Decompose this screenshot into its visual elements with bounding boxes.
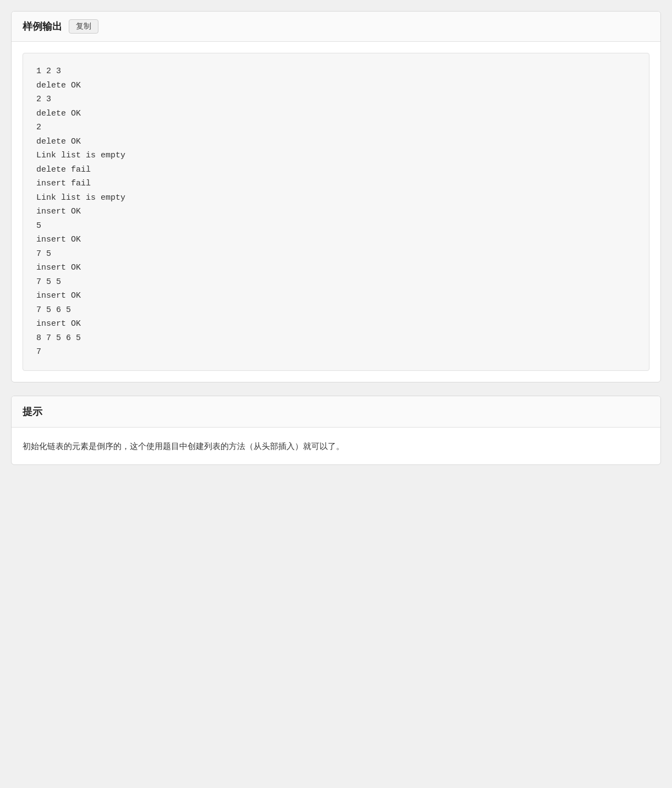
sample-output-title: 样例输出 [23,20,62,33]
sample-output-card: 样例输出 复制 1 2 3 delete OK 2 3 delete OK 2 … [11,11,661,382]
sample-output-body: 1 2 3 delete OK 2 3 delete OK 2 delete O… [12,42,660,382]
copy-button[interactable]: 复制 [69,19,98,34]
hint-body: 初始化链表的元素是倒序的，这个使用题目中创建列表的方法（从头部插入）就可以了。 [12,428,660,464]
hint-header: 提示 [12,396,660,428]
hint-title: 提示 [23,406,42,417]
hint-card: 提示 初始化链表的元素是倒序的，这个使用题目中创建列表的方法（从头部插入）就可以… [11,396,661,465]
sample-output-header: 样例输出 复制 [12,12,660,42]
code-output-block: 1 2 3 delete OK 2 3 delete OK 2 delete O… [23,53,649,371]
hint-text: 初始化链表的元素是倒序的，这个使用题目中创建列表的方法（从头部插入）就可以了。 [23,439,649,453]
